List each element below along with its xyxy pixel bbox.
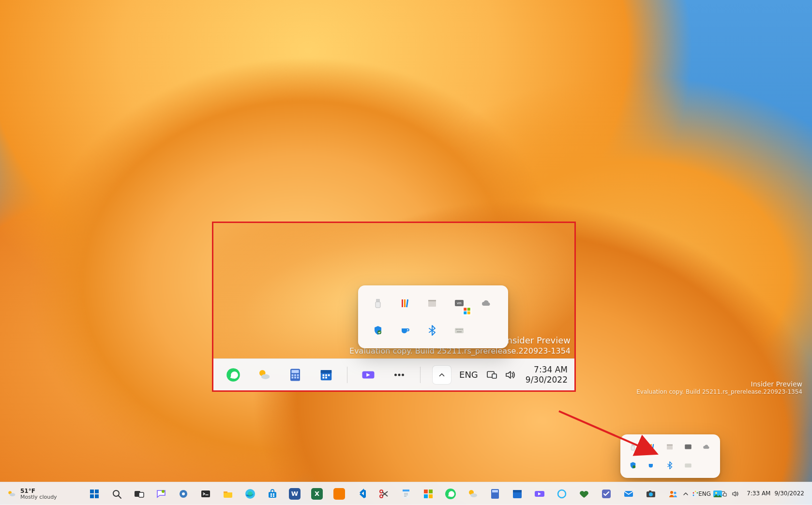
stacks-icon bbox=[399, 297, 411, 309]
tray-onedrive[interactable] bbox=[475, 292, 497, 314]
tray-cup[interactable] bbox=[394, 319, 416, 342]
tray-usb-eject[interactable] bbox=[367, 292, 389, 314]
start-button[interactable] bbox=[85, 484, 104, 504]
camera-button[interactable] bbox=[641, 484, 661, 504]
clock-time: 7:33 AM bbox=[747, 490, 770, 497]
task-view-button[interactable] bbox=[129, 484, 149, 504]
weather-app-button[interactable] bbox=[463, 484, 482, 504]
svg-rect-16 bbox=[323, 376, 325, 378]
tray-vmware[interactable] bbox=[680, 439, 696, 455]
tray-stacks[interactable] bbox=[394, 292, 416, 314]
svg-point-2 bbox=[261, 374, 270, 379]
calculator-icon bbox=[489, 488, 501, 500]
clock[interactable]: 7:33 AM 9/30/2022 bbox=[744, 484, 807, 504]
tray-show-hidden-button[interactable] bbox=[432, 365, 451, 385]
shield-icon bbox=[629, 461, 637, 470]
system-tray-quick-settings[interactable] bbox=[486, 369, 516, 381]
svg-rect-89 bbox=[429, 494, 433, 498]
family-button[interactable] bbox=[574, 484, 594, 504]
tray-security[interactable] bbox=[367, 319, 389, 342]
bluetooth-icon bbox=[426, 325, 438, 336]
powertoys-button[interactable] bbox=[419, 484, 438, 504]
notepad-button[interactable] bbox=[396, 484, 416, 504]
taskbar-app-weather[interactable] bbox=[253, 364, 275, 386]
scissors-icon bbox=[378, 488, 390, 500]
cloud-icon bbox=[481, 297, 492, 309]
taskbar-weather-widget[interactable]: 51°F Mostly cloudy bbox=[0, 482, 64, 505]
image-app-button[interactable] bbox=[330, 484, 349, 504]
tray-vmware[interactable]: vm bbox=[448, 292, 470, 314]
svg-rect-25 bbox=[376, 302, 380, 308]
tray-keyboard[interactable] bbox=[680, 458, 696, 473]
taskbar-app-calendar[interactable] bbox=[315, 364, 337, 386]
taskbar-app-whatsapp[interactable] bbox=[222, 364, 244, 386]
windows-start-icon bbox=[89, 488, 100, 500]
svg-rect-15 bbox=[328, 374, 330, 376]
tray-usb-eject[interactable] bbox=[625, 439, 641, 455]
svg-rect-82 bbox=[403, 490, 409, 491]
svg-rect-50 bbox=[652, 444, 654, 450]
tray-onedrive[interactable] bbox=[699, 439, 714, 455]
clock-zoom[interactable]: 7:34 AM 9/30/2022 bbox=[521, 365, 568, 385]
svg-rect-5 bbox=[292, 374, 294, 376]
svg-rect-10 bbox=[297, 376, 299, 378]
svg-rect-23 bbox=[492, 374, 496, 378]
settings-button[interactable] bbox=[174, 484, 193, 504]
tray-bluetooth[interactable] bbox=[421, 319, 443, 342]
tray-security[interactable] bbox=[625, 458, 641, 473]
paint-button[interactable] bbox=[686, 484, 705, 504]
tray-window[interactable] bbox=[421, 292, 443, 314]
taskbar-overflow-more[interactable] bbox=[388, 364, 410, 386]
svg-point-106 bbox=[693, 492, 694, 493]
word-button[interactable]: W bbox=[285, 484, 304, 504]
search-button[interactable] bbox=[107, 484, 126, 504]
weather-icon bbox=[467, 488, 479, 500]
keyboard-icon bbox=[453, 325, 465, 336]
tray-stacks[interactable] bbox=[644, 439, 659, 455]
svg-rect-71 bbox=[224, 491, 227, 493]
tray-bluetooth[interactable] bbox=[662, 458, 677, 473]
svg-point-98 bbox=[558, 490, 566, 498]
clock-date: 9/30/2022 bbox=[526, 375, 568, 385]
mail-button[interactable] bbox=[619, 484, 638, 504]
calculator-button[interactable] bbox=[485, 484, 505, 504]
svg-rect-30 bbox=[428, 300, 436, 301]
language-indicator[interactable]: ENG bbox=[456, 370, 481, 380]
svg-rect-9 bbox=[294, 376, 296, 378]
taskbar-app-calculator[interactable] bbox=[284, 364, 306, 386]
cortana-button[interactable] bbox=[552, 484, 571, 504]
svg-rect-12 bbox=[321, 370, 332, 373]
clipchamp-button[interactable] bbox=[530, 484, 549, 504]
svg-point-104 bbox=[670, 491, 673, 494]
taskbar-app-clipchamp[interactable] bbox=[357, 364, 379, 386]
mail-icon bbox=[623, 488, 634, 500]
todo-button[interactable] bbox=[597, 484, 616, 504]
photos-button[interactable] bbox=[708, 484, 727, 504]
clock-date: 9/30/2022 bbox=[774, 490, 804, 497]
tray-keyboard[interactable] bbox=[448, 319, 470, 342]
cloud-icon bbox=[702, 443, 711, 451]
vscode-button[interactable] bbox=[352, 484, 371, 504]
photos-icon bbox=[712, 488, 723, 500]
svg-point-63 bbox=[113, 490, 119, 496]
tray-cup[interactable] bbox=[644, 458, 659, 473]
whatsapp-button[interactable] bbox=[441, 484, 460, 504]
people-button[interactable] bbox=[663, 484, 683, 504]
snip-button[interactable] bbox=[374, 484, 393, 504]
svg-point-73 bbox=[248, 491, 253, 496]
tray-window[interactable] bbox=[662, 439, 677, 455]
clock-time: 7:34 AM bbox=[526, 365, 568, 374]
terminal-button[interactable] bbox=[196, 484, 215, 504]
store-button[interactable] bbox=[263, 484, 282, 504]
edge-button[interactable] bbox=[241, 484, 260, 504]
svg-point-19 bbox=[394, 373, 397, 376]
svg-rect-60 bbox=[95, 490, 99, 493]
clipchamp-icon bbox=[361, 368, 376, 382]
keyboard-icon bbox=[684, 461, 692, 470]
file-explorer-button[interactable] bbox=[218, 484, 238, 504]
chat-button[interactable] bbox=[151, 484, 171, 504]
excel-button[interactable]: X bbox=[307, 484, 327, 504]
palette-icon bbox=[690, 488, 701, 500]
calendar-button[interactable] bbox=[508, 484, 527, 504]
clipchamp-icon bbox=[534, 488, 545, 500]
